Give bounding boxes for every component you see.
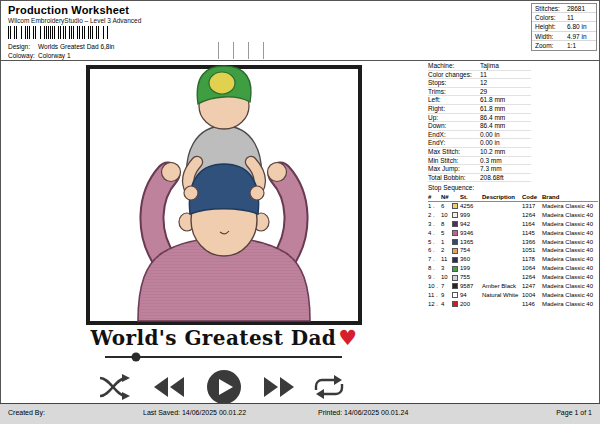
stats-row: Height: 6.80 in [532, 22, 596, 31]
stop-number: 4 . [428, 229, 441, 238]
thread-swatch [452, 239, 458, 245]
app-subtitle: Wilcom EmbroideryStudio – Level 3 Advanc… [8, 17, 141, 24]
stats-row: Colors: 11 [532, 13, 596, 22]
stitch-count: 360 [460, 255, 482, 264]
thread-brand: Madeira Classic 40 [542, 273, 598, 282]
stats-value: 28681 [567, 4, 585, 12]
rewind-icon [154, 377, 184, 397]
needle-number: 11 [441, 255, 452, 264]
thread-swatch-cell [452, 246, 460, 255]
cap-panel [209, 72, 235, 94]
header-separator [0, 60, 600, 61]
thread-swatch [452, 301, 458, 307]
dad-left-sleeve [152, 174, 168, 262]
stats-box: Stitches: 28681 Colors: 11 Height: 6.80 … [531, 3, 597, 51]
machine-info-row: Left: 61.8 mm [428, 96, 531, 105]
printed: Printed: 14/06/2025 00.01.24 [318, 409, 408, 416]
stop-sequence-row: 10 . 7 9587 Amber Black 1247 Madeira Cla… [428, 282, 598, 291]
thread-brand: Madeira Classic 40 [542, 264, 598, 273]
child-right-hand [250, 186, 264, 200]
thread-swatch-cell [452, 229, 460, 238]
stop-number: 9 . [428, 273, 441, 282]
thread-swatch-cell [452, 273, 460, 282]
machine-info-label: EndX: [428, 131, 480, 139]
barcode [8, 26, 108, 39]
machine-info-row: Right: 61.8 mm [428, 105, 531, 114]
stop-sequence-rows: 1 . 6 4256 1317 Madeira Classic 40 2 . 1… [428, 202, 598, 309]
shuffle-icon [100, 374, 130, 400]
stitch-count: 94 [460, 291, 482, 300]
machine-info-label: Stops: [428, 79, 480, 87]
stop-number: 7 . [428, 255, 441, 264]
stop-sequence-row: 12 . 4 200 1146 Madeira Classic 40 [428, 300, 598, 309]
machine-info-row: Min Stitch: 0.3 mm [428, 157, 531, 166]
machine-info-label: Color changes: [428, 71, 480, 79]
needle-number: 5 [441, 229, 452, 238]
machine-info-panel: Machine: Tajima Color changes: 11 Stops:… [428, 62, 531, 182]
col-code: Code [522, 193, 542, 201]
stop-sequence-row: 3 . 8 942 1164 Madeira Classic 40 [428, 220, 598, 229]
thread-swatch-cell [452, 282, 460, 291]
last-saved: Last Saved: 14/06/2025 00.01.22 [143, 409, 246, 416]
stop-number: 10 . [428, 282, 441, 291]
design-label: Design: [8, 43, 30, 50]
stats-value: 1:1 [567, 41, 576, 50]
machine-info-row: Up: 86.4 mm [428, 114, 531, 123]
caption-text: World's Greatest Dad [91, 326, 337, 350]
stop-sequence-row: 2 . 10 999 1264 Madeira Classic 40 [428, 211, 598, 220]
stop-sequence-row: 9 . 10 755 1264 Madeira Classic 40 [428, 273, 598, 282]
header-divider [233, 42, 234, 59]
machine-info-label: Total Bobbin: [428, 174, 480, 182]
stop-sequence-title: Stop Sequence: [428, 184, 474, 191]
thread-code: 1145 [522, 229, 542, 238]
thread-swatch [452, 275, 458, 281]
thread-swatch [452, 221, 458, 227]
stats-label: Zoom: [535, 41, 567, 50]
stats-value: 6.80 in [567, 22, 587, 30]
thread-brand: Madeira Classic 40 [542, 255, 598, 264]
thread-swatch [452, 248, 458, 254]
dad-right-hand [268, 163, 287, 182]
design-caption: World's Greatest Dad♥ [88, 325, 360, 350]
machine-info-value: 0.00 in [480, 139, 500, 147]
stats-value: 4.97 in [567, 32, 587, 40]
machine-info-row: EndY: 0.00 in [428, 139, 531, 148]
machine-info-value: 61.8 mm [480, 96, 505, 104]
stitch-count: 942 [460, 220, 482, 229]
thread-brand: Madeira Classic 40 [542, 300, 598, 309]
stop-number: 11 . [428, 291, 441, 300]
thread-brand: Madeira Classic 40 [542, 246, 598, 255]
thread-swatch-cell [452, 255, 460, 264]
machine-info-row: Machine: Tajima [428, 62, 531, 71]
thread-swatch-cell [452, 238, 460, 247]
col-num: # [428, 193, 441, 201]
stop-sequence-row: 4 . 5 9346 1145 Madeira Classic 40 [428, 229, 598, 238]
machine-info-label: Min Stitch: [428, 157, 480, 165]
machine-info-value: 12 [480, 79, 487, 87]
thread-code: 1051 [522, 246, 542, 255]
needle-number: 6 [441, 202, 452, 211]
col-description: Description [482, 193, 522, 201]
thread-swatch-cell [452, 264, 460, 273]
needle-number: 7 [441, 282, 452, 291]
thread-brand: Madeira Classic 40 [542, 229, 598, 238]
header-divider [248, 42, 249, 59]
thread-code: 1004 [522, 291, 542, 300]
machine-info-row: Color changes: 11 [428, 71, 531, 80]
machine-info-value: Tajima [480, 62, 499, 70]
machine-info-value: 0.00 in [480, 131, 500, 139]
colorway-name: Colorway 1 [38, 52, 71, 59]
needle-number: 8 [441, 220, 452, 229]
page-footer: Created By: Last Saved: 14/06/2025 00.01… [0, 403, 600, 424]
col-brand: Brand [542, 193, 598, 201]
stop-sequence-row: 7 . 11 360 1178 Madeira Classic 40 [428, 255, 598, 264]
dad-right-sleeve [280, 174, 296, 262]
thread-swatch-cell [452, 211, 460, 220]
stats-label: Width: [535, 32, 567, 40]
thread-code: 1247 [522, 282, 542, 291]
dad-left-hand [162, 163, 181, 182]
stop-sequence-row: 8 . 3 199 1064 Madeira Classic 40 [428, 264, 598, 273]
machine-info-value: 0.3 mm [480, 157, 502, 165]
stop-number: 6 . [428, 246, 441, 255]
needle-number: 4 [441, 300, 452, 309]
